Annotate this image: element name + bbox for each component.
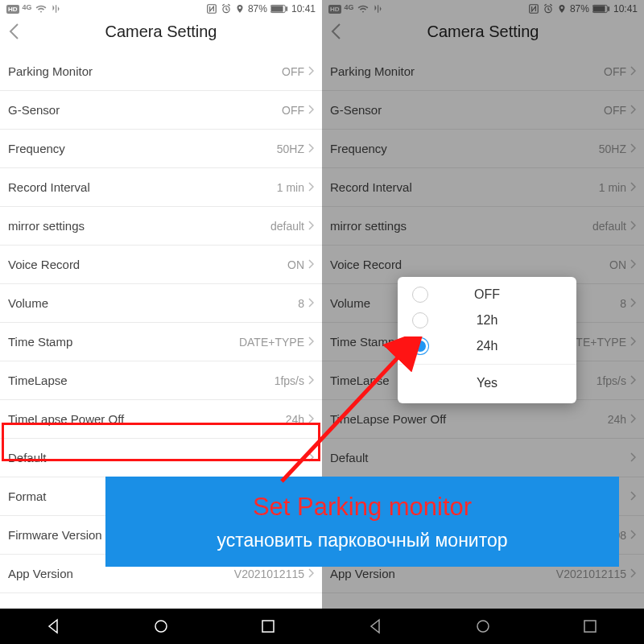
settings-row-value: ON bbox=[287, 258, 314, 271]
settings-row[interactable]: TimeLapse1fps/s bbox=[0, 361, 322, 400]
settings-row-label: mirror settings bbox=[8, 219, 85, 233]
signal-4g-icon: 4G bbox=[23, 3, 32, 11]
settings-row[interactable]: Parking MonitorOFF bbox=[0, 52, 322, 91]
broadcast-icon bbox=[50, 3, 61, 14]
chevron-right-icon bbox=[630, 297, 636, 310]
location-icon bbox=[235, 3, 245, 14]
settings-row-label: Voice Record bbox=[8, 258, 80, 271]
settings-row-label: Format bbox=[8, 489, 47, 503]
settings-row-label: Record Interval bbox=[8, 180, 90, 194]
nav-home-button[interactable] bbox=[149, 614, 173, 638]
back-button[interactable] bbox=[8, 23, 19, 43]
settings-row-label: Time Stamp bbox=[330, 335, 394, 349]
chevron-right-icon bbox=[308, 413, 314, 426]
battery-percent: 87% bbox=[570, 3, 589, 14]
dialog-option[interactable]: 24h bbox=[398, 333, 576, 359]
settings-row-label: Parking Monitor bbox=[330, 64, 415, 78]
svg-rect-4 bbox=[286, 6, 287, 11]
settings-row[interactable]: Frequency50HZ bbox=[322, 130, 644, 168]
wifi-icon bbox=[357, 3, 369, 14]
settings-row-value: default bbox=[270, 220, 314, 233]
settings-row-value: OFF bbox=[604, 104, 636, 117]
svg-rect-11 bbox=[608, 6, 609, 11]
timelapse-poweroff-dialog: OFF12h24h Yes bbox=[398, 277, 576, 403]
settings-row-value: DATE+TYPE bbox=[239, 336, 314, 349]
svg-rect-10 bbox=[593, 6, 605, 11]
chevron-right-icon bbox=[308, 297, 314, 310]
svg-rect-3 bbox=[271, 6, 283, 11]
chevron-right-icon bbox=[630, 258, 636, 271]
battery-icon bbox=[592, 4, 610, 14]
chevron-right-icon bbox=[630, 529, 636, 542]
settings-row-label: Time Stamp bbox=[8, 335, 72, 349]
chevron-right-icon bbox=[308, 65, 314, 78]
settings-row[interactable]: Record Interval1 min bbox=[322, 168, 644, 207]
battery-percent: 87% bbox=[248, 3, 267, 14]
settings-row[interactable]: G-SensorOFF bbox=[322, 91, 644, 130]
chevron-right-icon bbox=[308, 104, 314, 117]
settings-row-label: Frequency bbox=[8, 142, 65, 155]
chevron-right-icon bbox=[630, 490, 636, 503]
settings-row[interactable]: Default bbox=[0, 439, 322, 477]
settings-row-label: Firmware Version bbox=[8, 528, 102, 542]
settings-row-value bbox=[626, 490, 636, 503]
settings-row-label: TimeLapse Power Off bbox=[8, 412, 124, 426]
chevron-right-icon bbox=[630, 142, 636, 155]
settings-row-label: Record Interval bbox=[330, 180, 412, 194]
settings-row-value bbox=[626, 452, 636, 464]
settings-row-label: Volume bbox=[330, 296, 370, 310]
dialog-option[interactable]: 12h bbox=[398, 308, 576, 333]
nav-recent-button[interactable] bbox=[578, 614, 602, 638]
settings-row[interactable]: Default bbox=[322, 439, 644, 477]
settings-row[interactable]: mirror settingsdefault bbox=[322, 207, 644, 246]
status-bar: HD 4G 87% 10:41 bbox=[322, 0, 644, 16]
battery-icon bbox=[270, 4, 288, 14]
chevron-right-icon bbox=[308, 220, 314, 233]
settings-row-value: OFF bbox=[604, 65, 636, 78]
settings-row-label: Volume bbox=[8, 296, 48, 310]
settings-row-label: Default bbox=[8, 451, 47, 464]
dialog-option[interactable]: OFF bbox=[398, 282, 576, 308]
settings-row[interactable]: Time StampDATE+TYPE bbox=[0, 323, 322, 361]
chevron-right-icon bbox=[630, 374, 636, 387]
settings-row-label: TimeLapse bbox=[330, 374, 390, 387]
settings-row-value: 24h bbox=[286, 413, 314, 426]
chevron-right-icon bbox=[308, 568, 314, 580]
nav-recent-button[interactable] bbox=[256, 614, 280, 638]
settings-row[interactable]: Volume8 bbox=[0, 284, 322, 323]
settings-row-label: G-Sensor bbox=[8, 103, 60, 117]
settings-row[interactable]: mirror settingsdefault bbox=[0, 207, 322, 246]
nav-home-button[interactable] bbox=[471, 614, 495, 638]
settings-row-value: ON bbox=[609, 258, 636, 271]
settings-row[interactable]: G-SensorOFF bbox=[0, 91, 322, 130]
settings-row-value: 1fps/s bbox=[275, 374, 314, 387]
settings-row[interactable]: Voice RecordON bbox=[0, 246, 322, 284]
settings-row[interactable]: Parking MonitorOFF bbox=[322, 52, 644, 91]
wifi-icon bbox=[35, 3, 47, 14]
settings-row-value: 1 min bbox=[277, 181, 314, 194]
back-button[interactable] bbox=[330, 23, 341, 43]
settings-row-value: default bbox=[592, 220, 636, 233]
header: Camera Setting bbox=[0, 16, 322, 52]
nav-back-button[interactable] bbox=[364, 614, 388, 638]
settings-row-label: TimeLapse bbox=[8, 374, 68, 387]
dialog-option-label: 12h bbox=[412, 313, 562, 328]
hd-badge: HD bbox=[328, 5, 341, 14]
settings-row-value: 50HZ bbox=[277, 142, 314, 155]
settings-row-value: V2021012115 bbox=[234, 568, 314, 580]
chevron-right-icon bbox=[308, 336, 314, 349]
status-bar: HD 4G 87% 10:41 bbox=[0, 0, 322, 16]
settings-row-value: 1 min bbox=[599, 181, 636, 194]
settings-row-label: Frequency bbox=[330, 142, 387, 155]
settings-row[interactable]: TimeLapse Power Off24h bbox=[322, 400, 644, 439]
chevron-right-icon bbox=[630, 452, 636, 464]
page-title: Camera Setting bbox=[427, 23, 539, 41]
nav-back-button[interactable] bbox=[42, 614, 66, 638]
settings-row[interactable]: TimeLapse Power Off24h bbox=[0, 400, 322, 439]
settings-row-value: 8 bbox=[620, 297, 636, 310]
settings-row[interactable]: Frequency50HZ bbox=[0, 130, 322, 168]
alarm-icon bbox=[543, 3, 554, 14]
settings-row[interactable]: Record Interval1 min bbox=[0, 168, 322, 207]
clock-time: 10:41 bbox=[291, 3, 316, 14]
dialog-confirm-button[interactable]: Yes bbox=[398, 364, 576, 403]
